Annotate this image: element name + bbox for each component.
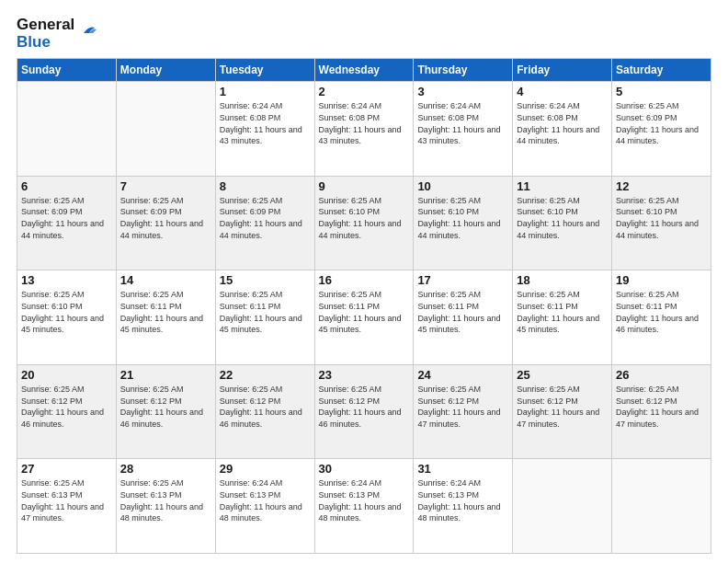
calendar-cell bbox=[513, 459, 612, 554]
weekday-header-tuesday: Tuesday bbox=[215, 59, 314, 82]
day-info: Sunrise: 6:25 AM Sunset: 6:11 PM Dayligh… bbox=[517, 289, 608, 335]
calendar-cell: 25Sunrise: 6:25 AM Sunset: 6:12 PM Dayli… bbox=[513, 364, 612, 459]
day-info: Sunrise: 6:25 AM Sunset: 6:11 PM Dayligh… bbox=[417, 289, 508, 335]
calendar-week-1: 1Sunrise: 6:24 AM Sunset: 6:08 PM Daylig… bbox=[17, 82, 711, 177]
calendar-cell: 19Sunrise: 6:25 AM Sunset: 6:11 PM Dayli… bbox=[612, 270, 711, 365]
calendar-cell: 21Sunrise: 6:25 AM Sunset: 6:12 PM Dayli… bbox=[116, 364, 215, 459]
calendar-cell: 26Sunrise: 6:25 AM Sunset: 6:12 PM Dayli… bbox=[612, 364, 711, 459]
day-number: 5 bbox=[616, 85, 707, 98]
day-info: Sunrise: 6:24 AM Sunset: 6:13 PM Dayligh… bbox=[417, 477, 508, 523]
logo-general: General bbox=[17, 17, 74, 34]
day-number: 9 bbox=[319, 179, 410, 193]
day-number: 23 bbox=[319, 368, 410, 382]
calendar-cell: 2Sunrise: 6:24 AM Sunset: 6:08 PM Daylig… bbox=[314, 82, 414, 177]
logo: General Blue bbox=[17, 17, 97, 51]
calendar-cell: 1Sunrise: 6:24 AM Sunset: 6:08 PM Daylig… bbox=[215, 82, 314, 177]
day-number: 14 bbox=[120, 273, 211, 287]
day-number: 13 bbox=[21, 273, 112, 287]
header: General Blue bbox=[17, 17, 711, 51]
day-info: Sunrise: 6:25 AM Sunset: 6:10 PM Dayligh… bbox=[319, 195, 410, 241]
calendar-week-2: 6Sunrise: 6:25 AM Sunset: 6:09 PM Daylig… bbox=[17, 176, 711, 270]
calendar-cell: 13Sunrise: 6:25 AM Sunset: 6:10 PM Dayli… bbox=[17, 270, 117, 365]
day-number: 18 bbox=[517, 273, 608, 287]
calendar-cell: 27Sunrise: 6:25 AM Sunset: 6:13 PM Dayli… bbox=[17, 459, 117, 554]
day-number: 11 bbox=[517, 179, 608, 193]
calendar-cell: 9Sunrise: 6:25 AM Sunset: 6:10 PM Daylig… bbox=[314, 176, 414, 270]
day-info: Sunrise: 6:25 AM Sunset: 6:12 PM Dayligh… bbox=[319, 384, 410, 430]
calendar-header: SundayMondayTuesdayWednesdayThursdayFrid… bbox=[17, 59, 711, 82]
day-info: Sunrise: 6:25 AM Sunset: 6:13 PM Dayligh… bbox=[120, 477, 211, 523]
day-number: 30 bbox=[319, 462, 410, 476]
weekday-header-saturday: Saturday bbox=[612, 59, 711, 82]
day-number: 7 bbox=[120, 179, 211, 193]
calendar-cell: 7Sunrise: 6:25 AM Sunset: 6:09 PM Daylig… bbox=[116, 176, 215, 270]
calendar-cell: 15Sunrise: 6:25 AM Sunset: 6:11 PM Dayli… bbox=[215, 270, 314, 365]
calendar-cell: 20Sunrise: 6:25 AM Sunset: 6:12 PM Dayli… bbox=[17, 364, 117, 459]
calendar-cell: 17Sunrise: 6:25 AM Sunset: 6:11 PM Dayli… bbox=[414, 270, 513, 365]
day-info: Sunrise: 6:25 AM Sunset: 6:10 PM Dayligh… bbox=[417, 195, 508, 241]
day-number: 27 bbox=[21, 462, 112, 476]
calendar-cell: 3Sunrise: 6:24 AM Sunset: 6:08 PM Daylig… bbox=[414, 82, 513, 177]
calendar-cell bbox=[612, 459, 711, 554]
weekday-header-thursday: Thursday bbox=[414, 59, 513, 82]
day-info: Sunrise: 6:24 AM Sunset: 6:08 PM Dayligh… bbox=[517, 100, 608, 146]
weekday-header-monday: Monday bbox=[116, 59, 215, 82]
calendar-week-3: 13Sunrise: 6:25 AM Sunset: 6:10 PM Dayli… bbox=[17, 270, 711, 365]
day-info: Sunrise: 6:25 AM Sunset: 6:09 PM Dayligh… bbox=[120, 195, 211, 241]
day-number: 2 bbox=[319, 85, 410, 98]
calendar-cell: 4Sunrise: 6:24 AM Sunset: 6:08 PM Daylig… bbox=[513, 82, 612, 177]
day-info: Sunrise: 6:25 AM Sunset: 6:09 PM Dayligh… bbox=[220, 195, 311, 241]
day-info: Sunrise: 6:24 AM Sunset: 6:08 PM Dayligh… bbox=[220, 100, 311, 146]
day-info: Sunrise: 6:25 AM Sunset: 6:12 PM Dayligh… bbox=[616, 384, 707, 430]
day-info: Sunrise: 6:25 AM Sunset: 6:11 PM Dayligh… bbox=[220, 289, 311, 335]
calendar-week-5: 27Sunrise: 6:25 AM Sunset: 6:13 PM Dayli… bbox=[17, 459, 711, 554]
day-number: 24 bbox=[417, 368, 508, 382]
calendar-table: SundayMondayTuesdayWednesdayThursdayFrid… bbox=[17, 58, 711, 554]
day-info: Sunrise: 6:25 AM Sunset: 6:09 PM Dayligh… bbox=[21, 195, 112, 241]
day-number: 22 bbox=[220, 368, 311, 382]
day-info: Sunrise: 6:25 AM Sunset: 6:11 PM Dayligh… bbox=[319, 289, 410, 335]
day-number: 21 bbox=[120, 368, 211, 382]
calendar-cell: 6Sunrise: 6:25 AM Sunset: 6:09 PM Daylig… bbox=[17, 176, 117, 270]
day-info: Sunrise: 6:25 AM Sunset: 6:10 PM Dayligh… bbox=[616, 195, 707, 241]
weekday-header-row: SundayMondayTuesdayWednesdayThursdayFrid… bbox=[17, 59, 711, 82]
calendar-cell: 10Sunrise: 6:25 AM Sunset: 6:10 PM Dayli… bbox=[414, 176, 513, 270]
day-info: Sunrise: 6:25 AM Sunset: 6:12 PM Dayligh… bbox=[517, 384, 608, 430]
day-number: 4 bbox=[517, 85, 608, 98]
day-info: Sunrise: 6:24 AM Sunset: 6:13 PM Dayligh… bbox=[220, 477, 311, 523]
day-info: Sunrise: 6:24 AM Sunset: 6:08 PM Dayligh… bbox=[417, 100, 508, 146]
day-number: 20 bbox=[21, 368, 112, 382]
day-info: Sunrise: 6:25 AM Sunset: 6:12 PM Dayligh… bbox=[220, 384, 311, 430]
day-info: Sunrise: 6:25 AM Sunset: 6:13 PM Dayligh… bbox=[21, 477, 112, 523]
calendar-cell: 29Sunrise: 6:24 AM Sunset: 6:13 PM Dayli… bbox=[215, 459, 314, 554]
calendar-cell: 23Sunrise: 6:25 AM Sunset: 6:12 PM Dayli… bbox=[314, 364, 414, 459]
day-number: 1 bbox=[220, 85, 311, 98]
calendar-cell: 12Sunrise: 6:25 AM Sunset: 6:10 PM Dayli… bbox=[612, 176, 711, 270]
day-number: 3 bbox=[417, 85, 508, 98]
page: General Blue SundayMondayTuesdayWednesda… bbox=[0, 0, 728, 563]
day-info: Sunrise: 6:25 AM Sunset: 6:10 PM Dayligh… bbox=[21, 289, 112, 335]
day-number: 6 bbox=[21, 179, 112, 193]
weekday-header-wednesday: Wednesday bbox=[314, 59, 414, 82]
day-number: 8 bbox=[220, 179, 311, 193]
day-info: Sunrise: 6:25 AM Sunset: 6:10 PM Dayligh… bbox=[517, 195, 608, 241]
weekday-header-sunday: Sunday bbox=[17, 59, 117, 82]
calendar-cell: 28Sunrise: 6:25 AM Sunset: 6:13 PM Dayli… bbox=[116, 459, 215, 554]
logo-bird-icon bbox=[76, 20, 97, 40]
day-info: Sunrise: 6:24 AM Sunset: 6:13 PM Dayligh… bbox=[319, 477, 410, 523]
calendar-cell: 31Sunrise: 6:24 AM Sunset: 6:13 PM Dayli… bbox=[414, 459, 513, 554]
calendar-cell: 30Sunrise: 6:24 AM Sunset: 6:13 PM Dayli… bbox=[314, 459, 414, 554]
day-number: 28 bbox=[120, 462, 211, 476]
calendar-week-4: 20Sunrise: 6:25 AM Sunset: 6:12 PM Dayli… bbox=[17, 364, 711, 459]
day-number: 15 bbox=[220, 273, 311, 287]
calendar-cell: 5Sunrise: 6:25 AM Sunset: 6:09 PM Daylig… bbox=[612, 82, 711, 177]
weekday-header-friday: Friday bbox=[513, 59, 612, 82]
calendar-cell bbox=[17, 82, 117, 177]
calendar-cell: 14Sunrise: 6:25 AM Sunset: 6:11 PM Dayli… bbox=[116, 270, 215, 365]
day-number: 17 bbox=[417, 273, 508, 287]
day-number: 29 bbox=[220, 462, 311, 476]
day-info: Sunrise: 6:24 AM Sunset: 6:08 PM Dayligh… bbox=[319, 100, 410, 146]
day-info: Sunrise: 6:25 AM Sunset: 6:12 PM Dayligh… bbox=[417, 384, 508, 430]
day-number: 10 bbox=[417, 179, 508, 193]
day-info: Sunrise: 6:25 AM Sunset: 6:09 PM Dayligh… bbox=[616, 100, 707, 146]
